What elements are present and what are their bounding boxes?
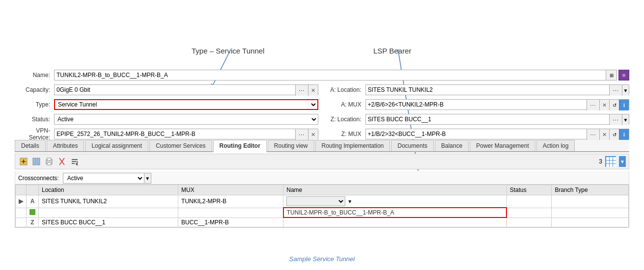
type-row: Type: Service Tunnel — [15, 98, 318, 111]
vpn-dots-btn[interactable]: ··· — [295, 129, 308, 140]
capacity-x-btn[interactable]: ✕ — [308, 85, 318, 96]
col-indicator — [16, 185, 27, 195]
tab-documents[interactable]: Documents — [391, 140, 434, 151]
col-mux-header: MUX — [178, 185, 283, 195]
status-select[interactable]: Active — [55, 114, 318, 124]
z-mux-input-container: ··· ✕ ↺ i — [365, 129, 630, 139]
toolbar-icon-4[interactable] — [56, 156, 67, 167]
crossconnects-select-container: Active ▼ — [63, 173, 151, 184]
capacity-label: Capacity: — [15, 86, 54, 93]
toolbar-icon-1[interactable] — [18, 156, 29, 167]
name-input-container: ⊞ — [54, 70, 617, 81]
col-type-icon — [27, 185, 39, 195]
a-location-input[interactable] — [366, 85, 610, 95]
toolbar-count: 3 — [599, 158, 602, 165]
a-mux-x-btn[interactable]: ✕ — [599, 100, 609, 110]
a-mux-info-btn[interactable]: i — [619, 100, 629, 110]
a-location-label: A: Location: — [326, 86, 365, 93]
tab-action-log[interactable]: Action log — [536, 140, 575, 151]
z-mux-input[interactable] — [366, 129, 587, 139]
col-name-header: Name — [283, 185, 506, 195]
type-select-container: Service Tunnel — [54, 99, 318, 110]
table-row-z[interactable]: Z SITES BUCC BUCC__1 BUCC__1-MPR-B — [16, 217, 629, 227]
row-lsp-location — [39, 208, 178, 217]
a-mux-input[interactable] — [366, 100, 587, 109]
capacity-input-container: ··· ✕ — [54, 84, 318, 95]
row-lsp-mux — [178, 208, 283, 217]
table-header-row: Location MUX Name Status Branch Type — [16, 185, 629, 195]
z-location-arrow-btn[interactable]: ▼ — [622, 114, 629, 125]
z-mux-row: Z: MUX ··· ✕ ↺ i — [326, 128, 630, 140]
z-location-input-container: ··· ▼ — [365, 114, 630, 125]
crossconnects-arrow[interactable]: ▼ — [144, 173, 151, 183]
z-mux-x-btn[interactable]: ✕ — [599, 129, 609, 140]
row-z-mux: BUCC__1-MPR-B — [178, 217, 283, 227]
row-z-arrow — [16, 217, 27, 227]
row-a-mux: TUNKIL2-MPR-B — [178, 195, 283, 208]
toolbar-icon-5[interactable] — [69, 156, 80, 167]
vpn-input-container: ··· ✕ — [54, 129, 318, 139]
col-location-header: Location — [39, 185, 178, 195]
z-mux-refresh-btn[interactable]: ↺ — [609, 129, 619, 140]
tab-routing-editor[interactable]: Routing Editor — [213, 140, 267, 152]
tab-power-management[interactable]: Power Management — [470, 140, 535, 151]
grid-view-btn[interactable] — [605, 156, 616, 167]
footer-annotation: Sample Service Tunnel — [289, 255, 355, 263]
z-mux-dots-btn[interactable]: ··· — [587, 129, 599, 140]
name-input[interactable] — [55, 70, 606, 80]
vpn-row: VPN-Service: ··· ✕ — [15, 128, 318, 140]
vpn-label: VPN-Service: — [15, 127, 54, 141]
row-a-name: ▼ — [283, 195, 506, 208]
toolbar-right: 3 ▼ — [599, 156, 626, 167]
lsp-annotation-label: LSP Bearer — [373, 47, 411, 55]
capacity-row: Capacity: ··· ✕ — [15, 83, 318, 96]
svg-rect-6 — [47, 158, 51, 161]
a-location-dots-btn[interactable]: ··· — [609, 85, 622, 96]
name-action-btn[interactable]: ⊞ — [606, 70, 616, 80]
a-mux-dots-btn[interactable]: ··· — [587, 100, 599, 110]
toolbar-icon-2[interactable] — [31, 156, 42, 167]
tab-details[interactable]: Details — [15, 140, 46, 151]
row-lsp-green — [27, 208, 39, 217]
purple-action-btn[interactable]: ≡ — [618, 70, 629, 81]
a-location-arrow-btn[interactable]: ▼ — [622, 85, 629, 96]
type-select[interactable]: Service Tunnel — [55, 100, 317, 109]
row-a-arrow: ▶ — [16, 195, 27, 208]
name-row: Name: ⊞ ≡ — [15, 69, 629, 81]
table-row[interactable]: ▶ A SITES TUNKIL TUNKIL2 TUNKIL2-MPR-B ▼ — [16, 195, 629, 208]
z-location-row: Z: Location: ··· ▼ — [326, 113, 630, 126]
a-mux-label: A: MUX — [326, 101, 365, 108]
crossconnects-select[interactable]: Active — [63, 173, 144, 183]
col-status-header: Status — [506, 185, 552, 195]
row-a-location: SITES TUNKIL TUNKIL2 — [39, 195, 178, 208]
capacity-input[interactable] — [55, 85, 295, 95]
type-annotation-label: Type – Service Tunnel — [192, 47, 264, 55]
status-label: Status: — [15, 116, 54, 123]
grid-arrow-btn[interactable]: ▼ — [619, 156, 626, 167]
z-location-dots-btn[interactable]: ··· — [609, 114, 622, 125]
vpn-input[interactable] — [55, 129, 295, 139]
row-z-status — [506, 217, 552, 227]
capacity-dots-btn[interactable]: ··· — [295, 85, 308, 96]
tab-customer-services[interactable]: Customer Services — [149, 140, 212, 151]
tab-routing-view[interactable]: Routing view — [268, 140, 314, 151]
name-label: Name: — [15, 72, 54, 79]
z-mux-info-btn[interactable]: i — [619, 129, 629, 140]
table-row-lsp[interactable]: TUNIL2-MPR-B_to_BUCC__1-MPR-B_A — [16, 208, 629, 217]
a-mux-row: A: MUX ··· ✕ ↺ i — [326, 98, 630, 111]
a-mux-refresh-btn[interactable]: ↺ — [609, 100, 619, 110]
row-lsp-branch-type — [552, 208, 629, 217]
tab-balance[interactable]: Balance — [435, 140, 469, 151]
tab-logical-assignment[interactable]: Logical assignment — [85, 140, 148, 151]
row-a-name-select[interactable] — [286, 196, 345, 206]
row-z-branch-type — [552, 217, 629, 227]
z-mux-label: Z: MUX — [326, 131, 365, 137]
vpn-x-btn[interactable]: ✕ — [308, 129, 318, 140]
row-lsp-arrow — [16, 208, 27, 217]
tab-routing-implementation[interactable]: Routing Implementation — [315, 140, 391, 151]
toolbar-icon-3[interactable] — [44, 156, 55, 167]
z-location-input[interactable] — [366, 114, 610, 124]
tab-attributes[interactable]: Attributes — [47, 140, 84, 151]
z-location-label: Z: Location: — [326, 116, 365, 123]
a-location-input-container: ··· ▼ — [365, 84, 630, 95]
